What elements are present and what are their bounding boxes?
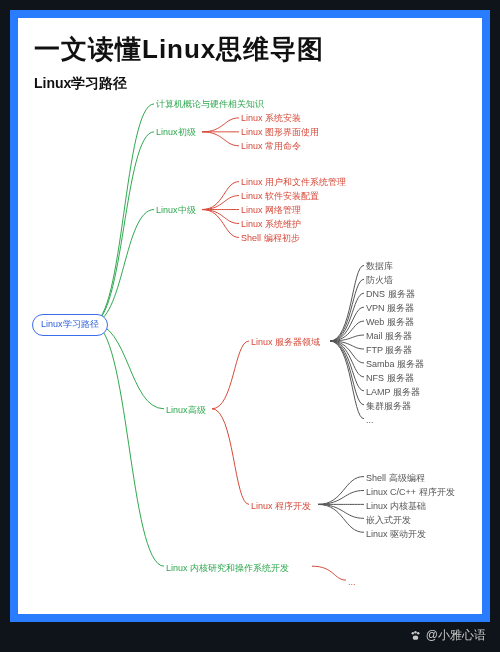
branch-advanced: Linux高级 bbox=[166, 406, 206, 415]
mindmap: Linux学习路径 计算机概论与硬件相关知识 Linux初级 Linux中级 L… bbox=[24, 90, 476, 608]
branch-intermediate: Linux中级 bbox=[156, 206, 196, 215]
svg-point-3 bbox=[413, 636, 418, 640]
author-footer: @小雅心语 bbox=[409, 627, 486, 644]
leaf: Shell 编程初步 bbox=[241, 234, 300, 243]
leaf: Samba 服务器 bbox=[366, 360, 424, 369]
leaf: 防火墙 bbox=[366, 276, 393, 285]
leaf: 嵌入式开发 bbox=[366, 516, 411, 525]
leaf: NFS 服务器 bbox=[366, 374, 414, 383]
leaf: Linux C/C++ 程序开发 bbox=[366, 488, 455, 497]
leaf: Mail 服务器 bbox=[366, 332, 412, 341]
paw-icon bbox=[409, 629, 422, 642]
leaf: Linux 驱动开发 bbox=[366, 530, 426, 539]
sub-server: Linux 服务器领域 bbox=[251, 338, 320, 347]
author-handle: @小雅心语 bbox=[426, 627, 486, 644]
leaf: Linux 图形界面使用 bbox=[241, 128, 319, 137]
leaf: Web 服务器 bbox=[366, 318, 414, 327]
leaf: Linux 内核基础 bbox=[366, 502, 426, 511]
root-node: Linux学习路径 bbox=[32, 314, 108, 336]
svg-point-0 bbox=[411, 632, 413, 634]
leaf: Linux 软件安装配置 bbox=[241, 192, 319, 201]
leaf: 数据库 bbox=[366, 262, 393, 271]
leaf: Shell 高级编程 bbox=[366, 474, 425, 483]
svg-point-2 bbox=[417, 632, 419, 634]
leaf: Linux 网络管理 bbox=[241, 206, 301, 215]
sub-develop: Linux 程序开发 bbox=[251, 502, 311, 511]
leaf: FTP 服务器 bbox=[366, 346, 412, 355]
branch-kernel: Linux 内核研究和操作系统开发 bbox=[166, 564, 289, 573]
leaf: ... bbox=[366, 416, 374, 425]
page-title: 一文读懂Linux思维导图 bbox=[34, 32, 466, 67]
content-frame: 一文读懂Linux思维导图 Linux学习路径 bbox=[10, 10, 490, 622]
leaf: DNS 服务器 bbox=[366, 290, 415, 299]
branch-beginner: Linux初级 bbox=[156, 128, 196, 137]
leaf: ... bbox=[348, 578, 356, 587]
leaf: Linux 系统维护 bbox=[241, 220, 301, 229]
branch-basics: 计算机概论与硬件相关知识 bbox=[156, 100, 264, 109]
leaf: Linux 系统安装 bbox=[241, 114, 301, 123]
leaf: 集群服务器 bbox=[366, 402, 411, 411]
leaf: Linux 用户和文件系统管理 bbox=[241, 178, 346, 187]
leaf: LAMP 服务器 bbox=[366, 388, 420, 397]
svg-point-1 bbox=[414, 631, 416, 633]
leaf: VPN 服务器 bbox=[366, 304, 414, 313]
leaf: Linux 常用命令 bbox=[241, 142, 301, 151]
